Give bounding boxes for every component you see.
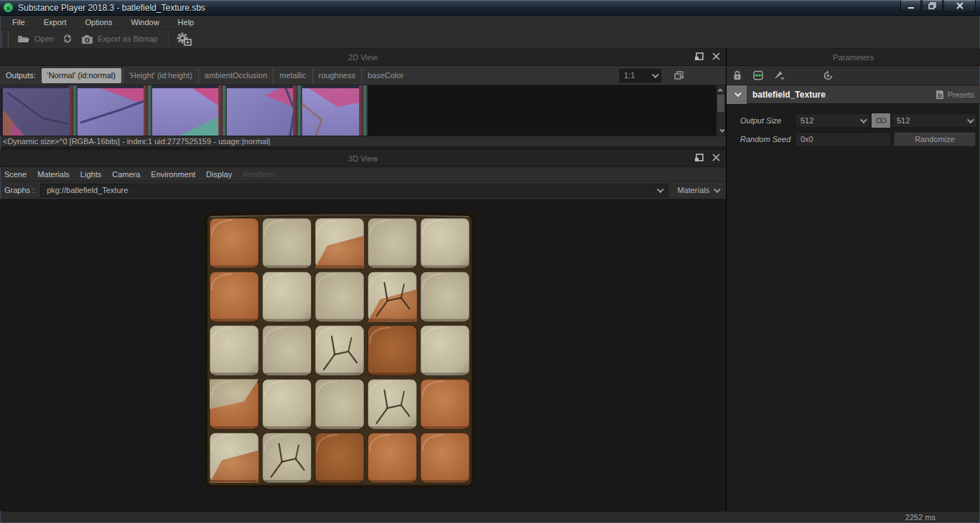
- minimize-icon: [907, 3, 915, 9]
- close-button[interactable]: [943, 0, 976, 12]
- 3d-view-detach-button[interactable]: [694, 154, 704, 164]
- chevron-down-icon: [714, 186, 721, 193]
- menu-environment[interactable]: Environment: [151, 170, 195, 179]
- menu-window[interactable]: Window: [121, 16, 168, 29]
- lock-icon: [733, 70, 742, 80]
- output-size-x-dropdown[interactable]: 512: [795, 113, 870, 128]
- sync-size-button[interactable]: [752, 70, 764, 80]
- output-size-row: Output Size 512 512: [727, 113, 979, 128]
- left-column: 2D View: [0, 49, 727, 511]
- 3d-viewport[interactable]: [0, 199, 726, 511]
- scrollbar-thumb[interactable]: [717, 95, 724, 112]
- 3d-view-header: 3D View: [0, 150, 726, 167]
- random-seed-value: 0x0: [801, 135, 813, 143]
- pin-button[interactable]: [775, 70, 785, 80]
- 2d-view-canvas[interactable]: [0, 85, 726, 136]
- outputs-label: Outputs:: [6, 71, 36, 80]
- menu-lights[interactable]: Lights: [80, 170, 101, 179]
- presets-button[interactable]: Presets: [935, 90, 974, 100]
- application-window: s Substance Player 2018.3 - batlefield_T…: [0, 0, 980, 523]
- tiling-mode-button[interactable]: [674, 71, 684, 80]
- menu-scene[interactable]: Scene: [4, 170, 27, 179]
- gear-export-icon: [176, 32, 192, 46]
- parameter-rows: Output Size 512 512: [727, 104, 980, 150]
- close-icon: [712, 154, 720, 161]
- random-seed-label: Random Seed: [727, 135, 795, 143]
- settings-gear-button[interactable]: [176, 32, 192, 46]
- parameters-title: Parameters: [727, 53, 980, 62]
- menu-camera[interactable]: Camera: [112, 170, 140, 179]
- random-seed-row: Random Seed 0x0 Randomize: [727, 131, 979, 147]
- scroll-down-button[interactable]: [717, 126, 725, 136]
- presets-label: Presets: [948, 90, 974, 99]
- export-bitmap-button[interactable]: [81, 34, 93, 44]
- minimize-button[interactable]: [900, 0, 921, 12]
- window-title: Substance Player 2018.3 - batlefield_Tex…: [18, 3, 205, 13]
- parameters-empty-area: [727, 150, 980, 511]
- 2d-view-detach-button[interactable]: [694, 52, 704, 62]
- restore-icon: [928, 2, 936, 9]
- menu-export[interactable]: Export: [34, 16, 76, 29]
- output-tab-height[interactable]: 'Height' (id:height): [123, 68, 198, 83]
- app-icon: s: [4, 3, 13, 12]
- graph-dropdown[interactable]: pkg://batlefield_Texture: [40, 184, 668, 197]
- output-tab-ambientocclusion[interactable]: ambientOcclusion: [198, 68, 273, 83]
- export-bitmap-label[interactable]: Export as Bitmap: [98, 34, 158, 43]
- rendered-texture-plane: [203, 212, 476, 491]
- open-label[interactable]: Open: [34, 34, 54, 43]
- menu-options[interactable]: Options: [76, 16, 122, 29]
- output-tab-normal[interactable]: 'Normal' (id:normal): [42, 68, 121, 83]
- random-seed-input[interactable]: 0x0: [795, 132, 891, 146]
- 3d-view-menus: Scene Materials Lights Camera Environmen…: [0, 167, 726, 182]
- detach-panel-icon: [694, 154, 704, 162]
- menu-help[interactable]: Help: [169, 16, 204, 29]
- restore-button[interactable]: [922, 0, 943, 12]
- graph-dropdown-value: pkg://batlefield_Texture: [47, 186, 128, 194]
- 3d-view-title: 3D View: [0, 154, 726, 163]
- chevron-down-icon: [967, 116, 974, 123]
- graph-section-header: batlefield_Texture Presets: [727, 85, 980, 104]
- outputs-row: Outputs: 'Normal' (id:normal) 'Height' (…: [0, 66, 726, 85]
- chevron-down-icon: [719, 128, 724, 133]
- open-button[interactable]: [17, 34, 30, 44]
- graphs-row: Graphs : pkg://batlefield_Texture Materi…: [0, 182, 726, 199]
- sync-arrows-icon: [752, 70, 764, 80]
- 2d-view-title: 2D View: [0, 53, 726, 62]
- 3d-view-close-button[interactable]: [712, 154, 720, 163]
- output-tab-roughness[interactable]: roughness: [312, 68, 361, 83]
- 2d-view-header: 2D View: [0, 49, 726, 66]
- output-size-y-value: 512: [897, 116, 910, 125]
- chevron-down-icon: [860, 116, 867, 123]
- 2d-view-scrollbar[interactable]: [717, 85, 725, 136]
- materials-dropdown-label: Materials: [677, 186, 709, 194]
- render-time: 2252 ms: [905, 513, 935, 522]
- output-tab-metallic[interactable]: metallic: [273, 68, 312, 83]
- output-size-y-dropdown[interactable]: 512: [892, 113, 977, 128]
- 2d-view-status-line: <Dynamic size>^0 [RGBA-16bits] - index:1…: [0, 136, 726, 146]
- collapse-section-button[interactable]: [727, 85, 747, 104]
- document-icon: [935, 90, 944, 100]
- open-folder-icon: [17, 34, 30, 44]
- menu-file[interactable]: File: [3, 16, 34, 29]
- menu-display[interactable]: Display: [206, 170, 232, 179]
- output-size-label: Output Size: [727, 116, 795, 125]
- toolbar: Open Export as Bitmap: [0, 29, 980, 49]
- reset-button[interactable]: [823, 70, 834, 81]
- randomize-button[interactable]: Randomize: [894, 132, 976, 146]
- menu-materials[interactable]: Materials: [37, 170, 70, 179]
- window-controls: [900, 0, 976, 12]
- stone-tile-texture: [203, 212, 476, 489]
- output-tab-basecolor[interactable]: baseColor: [361, 68, 409, 83]
- toolbar-grip[interactable]: [1, 31, 9, 47]
- chevron-down-icon: [734, 90, 741, 97]
- toolbar-separator: [168, 31, 169, 47]
- lock-button[interactable]: [733, 70, 742, 80]
- scroll-up-button[interactable]: [717, 85, 725, 95]
- materials-dropdown[interactable]: Materials: [677, 186, 719, 194]
- normal-map-image: [0, 85, 368, 136]
- graph-name: batlefield_Texture: [752, 90, 826, 100]
- 2d-view-close-button[interactable]: [712, 52, 720, 62]
- refresh-button[interactable]: [62, 34, 73, 44]
- link-sizes-button[interactable]: [872, 113, 890, 128]
- zoom-level-dropdown[interactable]: 1:1: [620, 69, 661, 83]
